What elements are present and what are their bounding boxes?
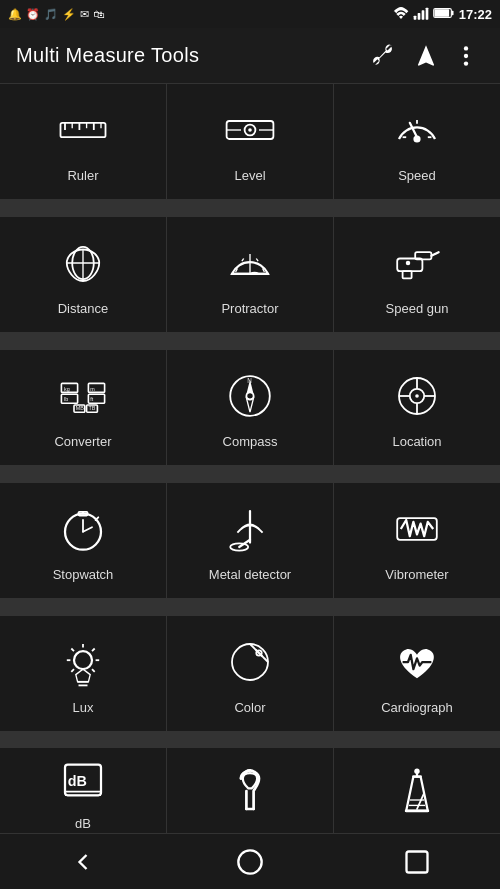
color-icon	[220, 632, 280, 692]
svg-text:dB: dB	[68, 773, 87, 789]
msg-icon: ✉	[80, 8, 89, 21]
speed-item[interactable]: Speed	[334, 84, 500, 199]
svg-rect-1	[417, 13, 420, 20]
vibrometer-icon	[387, 499, 447, 559]
svg-point-8	[464, 53, 468, 57]
cardiograph-label: Cardiograph	[381, 700, 453, 715]
svg-point-103	[238, 850, 261, 873]
svg-rect-6	[434, 9, 449, 16]
back-button[interactable]	[58, 837, 108, 887]
location-label: Location	[392, 434, 441, 449]
status-icons-left: 🔔 ⏰ 🎵 ⚡ ✉ 🛍	[8, 8, 104, 21]
svg-text:ft: ft	[90, 396, 93, 402]
svg-rect-39	[403, 271, 412, 278]
color-label: Color	[234, 700, 265, 715]
metal-detector-icon	[220, 499, 280, 559]
alarm-icon: ⏰	[26, 8, 40, 21]
level-item[interactable]: Level	[167, 84, 333, 199]
metal-detector-label: Metal detector	[209, 567, 291, 582]
ruler-label: Ruler	[67, 168, 98, 183]
level-icon	[220, 100, 280, 160]
ruler-item[interactable]: Ruler	[0, 84, 166, 199]
vibrometer-label: Vibrometer	[385, 567, 448, 582]
app-title: Multi Measure Tools	[16, 44, 364, 67]
lux-item[interactable]: Lux	[0, 616, 166, 731]
level-label: Level	[234, 168, 265, 183]
svg-point-99	[414, 768, 419, 773]
headphone-icon: 🎵	[44, 8, 58, 21]
signal-icon	[413, 6, 429, 23]
svg-line-38	[431, 252, 438, 256]
metronome-icon	[387, 761, 447, 821]
protractor-label: Protractor	[221, 301, 278, 316]
lux-label: Lux	[73, 700, 94, 715]
svg-rect-0	[413, 15, 416, 19]
wifi-icon	[393, 6, 409, 23]
recent-button[interactable]	[392, 837, 442, 887]
db-label: dB	[75, 816, 91, 831]
protractor-item[interactable]: Protractor	[167, 217, 333, 332]
location-item[interactable]: Location	[334, 350, 500, 465]
speed-gun-icon	[387, 233, 447, 293]
color-item[interactable]: Color	[167, 616, 333, 731]
speed-gun-label: Speed gun	[386, 301, 449, 316]
svg-line-34	[242, 259, 244, 262]
svg-point-75	[74, 651, 92, 669]
navigation-button[interactable]	[408, 38, 444, 74]
battery-icon	[433, 6, 455, 23]
svg-line-67	[83, 527, 92, 532]
svg-rect-36	[397, 259, 422, 272]
stopwatch-item[interactable]: Stopwatch	[0, 483, 166, 598]
svg-point-19	[248, 128, 252, 132]
compass-label: Compass	[223, 434, 278, 449]
bag-icon: 🛍	[93, 8, 104, 20]
lux-icon	[53, 632, 113, 692]
vibrometer-item[interactable]: Vibrometer	[334, 483, 500, 598]
svg-text:N: N	[247, 377, 252, 384]
home-button[interactable]	[225, 837, 275, 887]
tuning-fork-item[interactable]	[167, 748, 333, 833]
svg-rect-3	[425, 7, 428, 19]
svg-rect-2	[421, 10, 424, 19]
svg-text:TB: TB	[88, 405, 95, 411]
svg-text:lb: lb	[64, 396, 68, 402]
svg-rect-5	[451, 10, 453, 14]
svg-rect-74	[397, 518, 437, 540]
location-icon	[387, 366, 447, 426]
converter-item[interactable]: kg lb m ft MB TB Converter	[0, 350, 166, 465]
svg-point-7	[464, 46, 468, 50]
distance-item[interactable]: Distance	[0, 217, 166, 332]
metal-detector-item[interactable]: Metal detector	[167, 483, 333, 598]
svg-line-80	[71, 649, 74, 652]
cardiograph-icon	[387, 632, 447, 692]
svg-point-40	[406, 261, 411, 266]
app-bar: Multi Measure Tools	[0, 28, 500, 84]
svg-rect-104	[406, 851, 427, 872]
converter-label: Converter	[54, 434, 111, 449]
compass-item[interactable]: N Compass	[167, 350, 333, 465]
tools-grid: Ruler Level	[0, 84, 500, 748]
svg-marker-56	[246, 398, 253, 412]
ruler-icon	[53, 100, 113, 160]
cardiograph-item[interactable]: Cardiograph	[334, 616, 500, 731]
svg-line-79	[92, 649, 95, 652]
stopwatch-icon	[53, 499, 113, 559]
svg-point-85	[232, 644, 268, 680]
db-icon: dB	[53, 750, 113, 810]
distance-icon	[53, 233, 113, 293]
status-bar: 🔔 ⏰ 🎵 ⚡ ✉ 🛍 17:22	[0, 0, 500, 28]
speed-gun-item[interactable]: Speed gun	[334, 217, 500, 332]
svg-line-81	[92, 669, 95, 672]
more-button[interactable]	[448, 38, 484, 74]
wrench-button[interactable]	[368, 38, 404, 74]
metronome-item[interactable]	[334, 748, 500, 833]
converter-icon: kg lb m ft MB TB	[53, 366, 113, 426]
svg-point-9	[464, 61, 468, 65]
svg-rect-10	[61, 123, 106, 137]
tuning-fork-icon	[220, 761, 280, 821]
usb-icon: ⚡	[62, 8, 76, 21]
db-item[interactable]: dB dB	[0, 748, 166, 833]
svg-text:m: m	[90, 386, 95, 392]
svg-line-35	[256, 259, 258, 262]
distance-label: Distance	[58, 301, 109, 316]
